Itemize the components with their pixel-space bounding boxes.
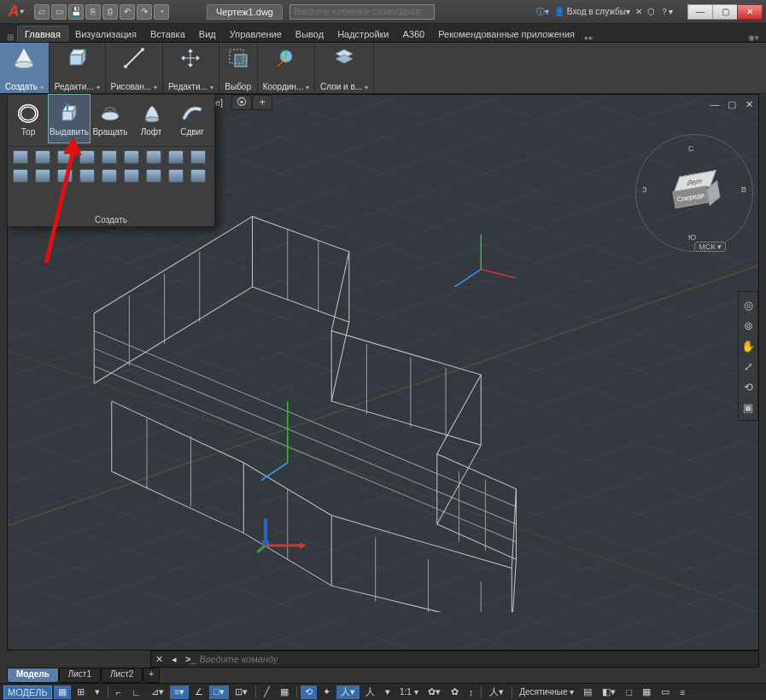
ribbon-tab-manage[interactable]: Управление [223,26,289,42]
tool-convert-icon[interactable] [79,169,95,183]
status-wcs-icon[interactable]: 人▾ [485,685,508,699]
status-infer-icon[interactable]: ▾ [91,685,104,699]
status-3dosnap-icon[interactable]: □▾ [209,685,229,699]
a360-icon[interactable]: ⬡ [647,7,655,16]
tool-3dface-icon[interactable] [102,169,117,183]
status-iso-icon[interactable]: ≡▾ [170,685,189,699]
ribbon-expand-icon[interactable]: ⊞ [3,32,17,42]
qa-more-icon[interactable] [154,4,169,20]
tool-network-icon[interactable] [57,150,73,164]
panel-coords-button[interactable]: Координ... ▾ [258,43,315,93]
add-tab-button[interactable]: + [252,95,272,110]
ribbon-play-icon[interactable]: ▸▸ [582,33,597,42]
ucs-icon[interactable] [255,513,315,556]
cmdline-close-button[interactable]: ✕ [151,651,167,667]
status-ws-icon[interactable]: ✿ [447,685,463,699]
pan-icon[interactable]: ✋ [740,338,756,353]
loft-button[interactable]: Лофт [131,95,172,143]
panel-layers-button[interactable]: Слои и в... ▾ [315,43,374,93]
status-polar-icon[interactable]: ⊿▾ [147,685,168,699]
viewport-close-button[interactable]: ✕ [743,98,755,110]
status-cycle-icon[interactable]: ⟲ [301,685,317,699]
tool-revmesh-icon[interactable] [124,169,139,183]
ribbon-focus-icon[interactable]: ◉▾ [745,33,763,42]
qa-plot-icon[interactable]: ⎙ [102,4,118,20]
tool-planar-icon[interactable] [35,150,50,164]
minimize-button[interactable]: — [687,4,713,20]
layout-tab-model[interactable]: Модель [7,668,59,683]
tool-mesh-sphere-icon[interactable] [35,169,50,183]
status-filter-icon[interactable]: ▾ [381,685,395,699]
showmotion-icon[interactable]: ▣ [740,400,756,415]
tool-form-icon[interactable] [102,150,117,164]
viewport-maximize-button[interactable]: ▢ [726,98,738,110]
layout-add-button[interactable]: + [143,668,160,683]
status-transp-icon[interactable]: ▦ [276,685,293,699]
panel-draw-button[interactable]: Рисован... ▾ [106,43,163,93]
status-snap-icon[interactable]: ⊞ [73,685,89,699]
status-ortho-icon[interactable]: ∟ [127,685,145,699]
tool-surf3-icon[interactable] [190,150,206,164]
ribbon-tab-addins[interactable]: Надстройки [330,26,395,42]
viewport-minimize-button[interactable]: — [709,98,721,110]
tool-surf2-icon[interactable] [168,150,184,164]
ribbon-tab-output[interactable]: Вывод [289,26,330,42]
status-model-button[interactable]: МОДЕЛЬ [3,685,52,699]
tool-surf1-icon[interactable] [146,150,161,164]
maximize-button[interactable]: ▢ [712,4,738,20]
status-clean-icon[interactable]: ▭ [657,685,674,699]
infocenter-icon[interactable]: ⓘ▾ [536,6,549,18]
steering-wheel-icon[interactable]: ⊚ [740,318,756,333]
status-hw-icon[interactable]: □ [622,685,636,699]
revolve-button[interactable]: Вращать [90,95,131,143]
command-line[interactable]: ✕ ◂ >_ [150,650,759,668]
start-tab-icon[interactable]: ⦿ [231,95,252,110]
qa-new-icon[interactable]: ▱ [34,4,50,20]
status-gizmo-icon[interactable]: 人 [361,685,379,699]
extrude-button[interactable]: Выдавить [49,95,90,143]
status-otrack-icon[interactable]: ⊡▾ [231,685,252,699]
panel-edit-button[interactable]: Редакти... ▾ [50,43,106,93]
qa-redo-icon[interactable]: ↷ [137,4,152,20]
exchange-icon[interactable]: ✕ [635,7,642,16]
tool-edgemesh-icon[interactable] [146,169,161,183]
status-qp-icon[interactable]: ▤ [579,685,596,699]
cmdline-input[interactable] [200,654,758,664]
zoom-extents-icon[interactable]: ⤢ [740,359,756,374]
tool-polysolid-icon[interactable] [13,150,28,164]
qa-saveas-icon[interactable]: ⎘ [85,4,101,20]
status-scale-label[interactable]: 1:1 ▾ [396,687,422,697]
status-osnap-icon[interactable]: ∠ [190,685,208,699]
tool-wedge-icon[interactable] [79,150,95,164]
orbit-icon[interactable]: ⟲ [740,379,756,394]
app-menu-button[interactable]: A▾ [0,0,31,24]
cmdline-recent-button[interactable]: ◂ [167,651,182,667]
close-button[interactable]: ✕ [737,4,763,20]
qa-open-icon[interactable]: ▭ [51,4,67,20]
ribbon-tab-visual[interactable]: Визуализация [68,26,143,42]
document-tab[interactable]: Чертеж1.dwg [207,4,283,20]
status-units-button[interactable]: Десятичные ▾ [516,687,577,697]
tool-tabmesh-icon[interactable] [168,169,184,183]
tool-rulemesh-icon[interactable] [190,169,206,183]
torus-button[interactable]: Тор [8,95,49,143]
status-custom-icon[interactable]: ≡ [675,685,689,699]
ribbon-tab-a360[interactable]: A360 [395,26,431,42]
tool-press-icon[interactable] [124,150,139,164]
status-annoscale-icon[interactable]: ✿▾ [424,685,445,699]
status-annomon-icon[interactable]: ↕ [465,685,478,699]
status-dyn-icon[interactable]: ⌐ [112,685,126,699]
panel-create-button[interactable]: Создать ▾ [0,43,50,93]
ribbon-tab-apps[interactable]: Рекомендованные приложения [431,26,582,42]
status-ducs-icon[interactable]: 人▾ [336,685,360,699]
help-icon[interactable]: ？▾ [660,6,673,18]
ucs-badge-button[interactable]: МСК ▾ [694,242,726,252]
ribbon-tab-home[interactable]: Главная [17,26,68,42]
qa-undo-icon[interactable]: ↶ [120,4,135,20]
sweep-button[interactable]: Сдвиг [172,95,213,143]
status-lockui-icon[interactable]: ◧▾ [598,685,620,699]
ribbon-tab-view[interactable]: Вид [192,26,223,42]
tool-mesh-box-icon[interactable] [13,169,28,183]
panel-select-button[interactable]: Выбор [219,43,258,93]
viewcube[interactable]: С Ю З В Верх Спереди [647,146,741,240]
